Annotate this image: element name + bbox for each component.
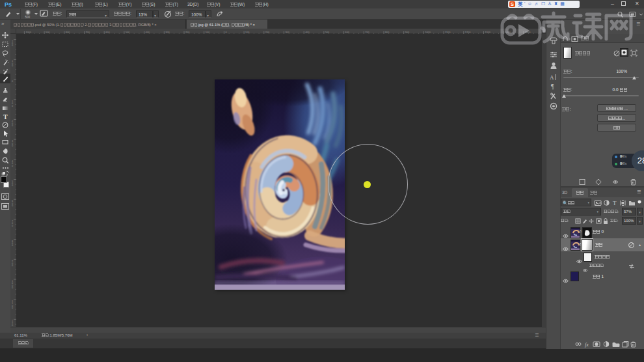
svg-text:T: T xyxy=(613,200,617,206)
svg-text:1200: 1200 xyxy=(465,31,470,34)
svg-text:1000: 1000 xyxy=(25,31,31,34)
svg-text:0: 0 xyxy=(12,124,13,127)
svg-text:0: 0 xyxy=(225,31,226,34)
svg-text:0: 0 xyxy=(12,64,13,67)
svg-text:¶: ¶ xyxy=(551,83,554,90)
svg-text:500: 500 xyxy=(25,16,31,19)
svg-text:A: A xyxy=(550,74,554,81)
svg-text:1100: 1100 xyxy=(445,31,450,34)
svg-text:0: 0 xyxy=(12,80,13,83)
svg-text:0: 0 xyxy=(12,165,13,167)
svg-text:0: 0 xyxy=(12,145,13,147)
svg-text:0: 0 xyxy=(12,225,13,227)
svg-text:0: 0 xyxy=(12,44,13,47)
svg-text:0: 0 xyxy=(12,105,13,107)
svg-text:0: 0 xyxy=(12,264,13,267)
svg-text:0: 0 xyxy=(12,204,13,207)
svg-text:T: T xyxy=(3,113,8,120)
svg-text:1300: 1300 xyxy=(485,31,490,34)
svg-text:0: 0 xyxy=(12,286,13,289)
svg-text:0: 0 xyxy=(12,307,13,309)
svg-text:fx: fx xyxy=(585,342,589,348)
svg-text:0: 0 xyxy=(12,244,13,247)
svg-text:0: 0 xyxy=(12,184,13,187)
svg-text:1000: 1000 xyxy=(425,31,430,34)
